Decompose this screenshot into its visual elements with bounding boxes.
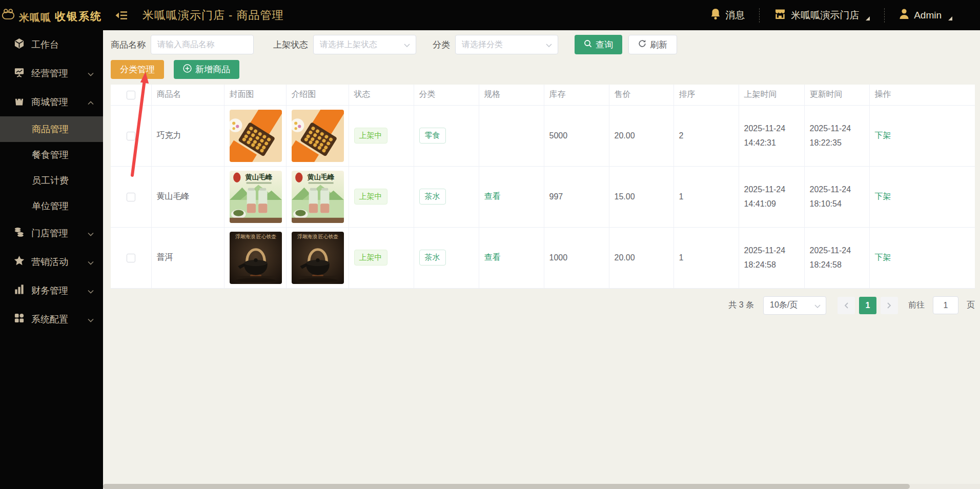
sidebar-item-business[interactable]: 经营管理: [0, 59, 103, 88]
shelf-time: 2025-11-2414:42:31: [744, 121, 801, 149]
sort-value: 1: [673, 166, 739, 227]
sidebar-item-label: 餐食管理: [32, 149, 69, 161]
update-time: 2025-11-2418:24:58: [810, 243, 866, 271]
chevron-down-icon: [88, 257, 94, 268]
product-table: 商品名 封面图 介绍图 状态 分类 规格 库存 售价 排序 上架时间 更新时间 …: [111, 85, 975, 289]
col-header-stock: 库存: [544, 85, 609, 105]
filter-bar: 商品名称 上架状态 请选择上架状态 分类 请选择分类 查询: [111, 35, 975, 54]
product-name-label: 商品名称: [111, 39, 146, 51]
store-icon: [774, 8, 786, 22]
category-badge: 茶水: [419, 189, 446, 205]
sidebar-item-meal-mgmt[interactable]: 餐食管理: [0, 142, 103, 168]
teapot-title-text: 浮雕海浪 匠心铁壶: [297, 234, 338, 239]
user-menu[interactable]: Admin: [885, 8, 967, 23]
messages-button[interactable]: 消息: [696, 8, 759, 23]
row-checkbox[interactable]: [127, 254, 135, 262]
product-intro-image[interactable]: 浮雕海浪 匠心铁壶: [292, 232, 344, 284]
coins-icon: [14, 227, 25, 240]
refresh-button-label: 刷新: [650, 39, 667, 51]
product-name: 巧克力: [151, 105, 224, 166]
tea-title-text: 黄山毛峰: [307, 173, 335, 181]
chevron-down-icon: [88, 286, 94, 296]
next-page-button[interactable]: [881, 297, 898, 314]
col-header-intro: 介绍图: [286, 85, 349, 105]
bar-chart-icon: [14, 284, 25, 297]
product-name: 普洱: [151, 227, 224, 288]
sidebar-item-store-mgmt[interactable]: 门店管理: [0, 219, 103, 248]
product-name-input[interactable]: [151, 35, 254, 54]
sidebar-item-label: 营销活动: [31, 256, 68, 268]
category-select[interactable]: 请选择分类: [455, 35, 558, 54]
caret-icon: [865, 12, 870, 23]
star-icon: [14, 255, 25, 269]
refresh-button[interactable]: 刷新: [628, 35, 677, 54]
shelf-time: 2025-11-2414:41:09: [744, 182, 801, 210]
chevron-down-icon: [88, 68, 94, 79]
sidebar-item-system-config[interactable]: 系统配置: [0, 305, 103, 334]
product-intro-image[interactable]: [292, 110, 344, 162]
user-label: Admin: [914, 10, 942, 21]
caret-icon: [948, 12, 952, 23]
topbar-right: 消息 米呱呱演示门店 Admin: [696, 8, 980, 23]
sidebar-item-workbench[interactable]: 工作台: [0, 30, 103, 59]
row-checkbox[interactable]: [127, 193, 135, 201]
select-all-checkbox[interactable]: [127, 91, 135, 99]
search-button-label: 查询: [596, 39, 613, 51]
sidebar-item-label: 系统配置: [31, 313, 68, 325]
category-manage-button[interactable]: 分类管理: [111, 60, 164, 79]
workbench-icon: [14, 38, 25, 51]
scrollbar-thumb[interactable]: [103, 484, 910, 489]
bell-icon: [710, 8, 721, 23]
category-badge: 茶水: [419, 250, 446, 266]
sidebar-item-staff-billing[interactable]: 员工计费: [0, 168, 103, 193]
price-value: 15.00: [609, 166, 673, 227]
total-count: 共 3 条: [728, 300, 754, 311]
horizontal-scrollbar[interactable]: [103, 484, 980, 489]
sidebar-item-mall[interactable]: 商城管理: [0, 88, 103, 116]
product-cover-image[interactable]: 浮雕海浪 匠心铁壶: [230, 232, 282, 284]
sidebar-item-finance[interactable]: 财务管理: [0, 276, 103, 305]
take-down-link[interactable]: 下架: [875, 131, 891, 139]
col-header-status: 状态: [349, 85, 414, 105]
col-header-category: 分类: [414, 85, 479, 105]
chevron-down-icon: [546, 40, 552, 49]
page-number[interactable]: 1: [859, 297, 876, 314]
search-button[interactable]: 查询: [575, 35, 622, 54]
product-cover-image[interactable]: 黄山毛峰: [230, 171, 282, 223]
product-intro-image[interactable]: 黄山毛峰: [292, 171, 344, 223]
spec-view-link[interactable]: 查看: [484, 253, 501, 261]
take-down-link[interactable]: 下架: [875, 192, 891, 200]
main-content: 商品名称 上架状态 请选择上架状态 分类 请选择分类 查询: [103, 30, 980, 489]
store-switcher[interactable]: 米呱呱演示门店: [760, 8, 884, 23]
page-title: 米呱呱演示门店 - 商品管理: [142, 8, 284, 23]
goto-page-input[interactable]: [933, 296, 958, 314]
price-value: 20.00: [609, 105, 673, 166]
col-header-cover: 封面图: [224, 85, 286, 105]
business-chart-icon: [14, 67, 25, 80]
sidebar-item-label: 工作台: [31, 38, 59, 51]
prev-page-button[interactable]: [838, 297, 855, 314]
row-checkbox[interactable]: [127, 132, 135, 140]
sidebar-item-unit-mgmt[interactable]: 单位管理: [0, 193, 103, 219]
table-header-row: 商品名 封面图 介绍图 状态 分类 规格 库存 售价 排序 上架时间 更新时间 …: [111, 85, 975, 105]
take-down-link[interactable]: 下架: [875, 253, 891, 261]
col-header-actions: 操作: [869, 85, 975, 105]
product-cover-image[interactable]: [230, 110, 282, 162]
messages-label: 消息: [725, 9, 745, 22]
sidebar-item-product-mgmt[interactable]: 商品管理: [0, 116, 103, 142]
page-size-select[interactable]: 10条/页: [763, 296, 826, 315]
sidebar-collapse-icon[interactable]: [115, 10, 128, 21]
chevron-down-icon: [404, 40, 410, 49]
sidebar-item-label: 门店管理: [31, 227, 68, 239]
frog-logo-icon: [1, 8, 15, 23]
sort-value: 1: [673, 227, 739, 288]
spec-view-link[interactable]: 查看: [484, 192, 501, 200]
sidebar-item-marketing[interactable]: 营销活动: [0, 248, 103, 276]
toolbar: 分类管理 新增商品: [111, 60, 975, 79]
shelf-status-select[interactable]: 请选择上架状态: [313, 35, 416, 54]
status-badge: 上架中: [354, 250, 387, 266]
chevron-down-icon: [88, 314, 94, 325]
col-header-sort: 排序: [673, 85, 739, 105]
status-badge: 上架中: [354, 128, 387, 144]
add-product-button[interactable]: 新增商品: [174, 60, 239, 79]
